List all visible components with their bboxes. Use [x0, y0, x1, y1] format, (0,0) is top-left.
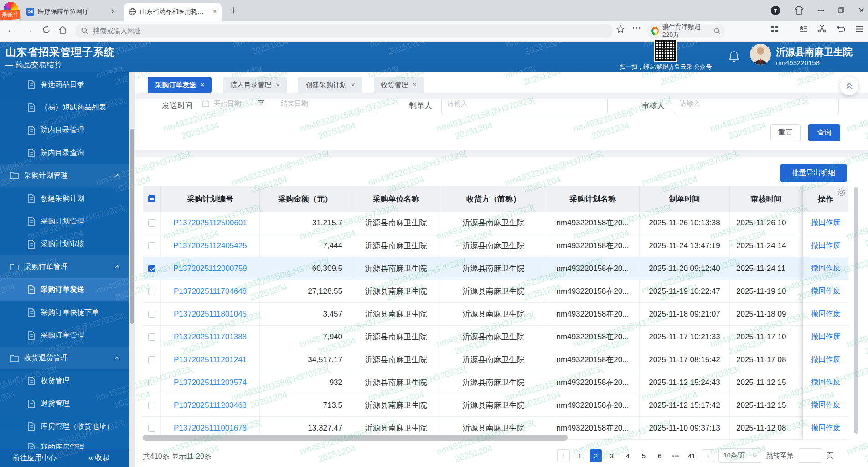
sidebar-item-return-mgmt[interactable]: 退货管理 [0, 392, 129, 415]
tab-chip-receive-mgmt[interactable]: 收货管理× [374, 77, 424, 93]
undo-icon[interactable] [837, 25, 845, 33]
withdraw-void-link[interactable]: 撤回作废 [803, 280, 848, 303]
withdraw-void-link[interactable]: 撤回作废 [803, 371, 848, 394]
page-size-select[interactable]: 10条/页 [718, 448, 762, 463]
page-1[interactable]: 1 [574, 449, 586, 462]
table-row[interactable]: P1372025111801045 3,457 沂源县南麻卫生院 沂源县南麻卫生… [143, 303, 803, 326]
sidebar-group-purchase-order-mgmt[interactable]: 采购订单管理 [0, 255, 129, 278]
row-checkbox[interactable] [143, 326, 161, 348]
new-tab-button[interactable]: + [230, 4, 237, 16]
query-button[interactable]: 查询 [808, 124, 840, 141]
page-5[interactable]: 5 [638, 449, 650, 462]
restore-button[interactable] [838, 7, 845, 14]
batch-export-button[interactable]: 批量导出明细 [780, 164, 847, 182]
row-checkbox[interactable] [143, 280, 161, 302]
close-icon[interactable]: × [351, 81, 355, 88]
browser-shield-icon[interactable] [770, 5, 780, 16]
scrollbar-thumb[interactable] [130, 129, 134, 324]
withdraw-void-link[interactable]: 撤回作废 [803, 326, 848, 348]
minimize-button[interactable] [818, 7, 824, 14]
sidebar-item-hospital-catalog-mgmt[interactable]: 院内目录管理 [0, 119, 129, 141]
table-horizontal-scrollbar[interactable] [143, 435, 568, 441]
table-row[interactable]: P1372025112405425 7,444 沂源县南麻卫生院 沂源县南麻卫生… [143, 234, 803, 257]
refresh-icon[interactable] [42, 26, 51, 34]
sidebar-item-purchase-plan-mgmt[interactable]: 采购计划管理 [0, 210, 129, 233]
row-checkbox[interactable] [143, 234, 161, 257]
withdraw-void-link[interactable]: 撤回作废 [803, 394, 848, 417]
table-row[interactable]: P1372025111701388 7,940 沂源县南麻卫生院 沂源县南麻卫生… [143, 326, 803, 348]
url-bar[interactable]: 搜索或输入网址 [75, 24, 613, 38]
collapse-sidebar-button[interactable]: « 收起 [69, 449, 129, 467]
table-row[interactable]: P1372025111203463 713.5 沂源县南麻卫生院 沂源县南麻卫生… [143, 394, 803, 417]
tab-chip-hospital-catalog[interactable]: 院内目录管理× [223, 77, 287, 93]
sidebar-item-warehouse-mgmt[interactable]: 库房管理（收货地址） [0, 415, 129, 438]
hot-search-widget[interactable]: 骗生育津贴超220万 [647, 24, 725, 38]
table-vertical-scrollbar[interactable] [854, 187, 858, 434]
user-avatar[interactable] [750, 44, 771, 65]
plan-no-link[interactable]: P1372025111704648 [174, 287, 247, 296]
column-settings-gear-icon[interactable] [837, 187, 846, 197]
menu-icon[interactable] [855, 26, 863, 32]
sidebar-item-receive-mgmt[interactable]: 收货管理 [0, 369, 129, 392]
page-4[interactable]: 4 [622, 449, 634, 462]
plan-no-link[interactable]: P1372025111203463 [174, 401, 247, 410]
sidebar-item-create-purchase-plan[interactable]: 创建采购计划 [0, 187, 129, 210]
back-icon[interactable]: ← [6, 24, 16, 35]
sidebar-item-alternate-drug-catalog[interactable]: 备选药品目录 [0, 73, 129, 96]
jump-page-input[interactable] [798, 448, 822, 463]
withdraw-void-link[interactable]: 撤回作废 [803, 257, 848, 280]
withdraw-void-link[interactable]: 撤回作废 [803, 212, 848, 234]
collapse-panel-button[interactable] [840, 77, 858, 95]
sidebar-item-purchase-order-quick[interactable]: 采购订单快捷下单 [0, 301, 129, 324]
browser-tab-2[interactable]: 山东省药品和医用耗材招采管 × [124, 3, 222, 21]
sidebar-scrollbar[interactable] [129, 72, 135, 467]
plan-no-link[interactable]: P1372025112000759 [173, 264, 247, 273]
withdraw-void-link[interactable]: 撤回作废 [803, 417, 848, 440]
withdraw-void-link[interactable]: 撤回作废 [803, 348, 848, 371]
apps-grid-icon[interactable] [771, 25, 779, 33]
plan-no-link[interactable]: P1372025111801045 [174, 310, 247, 319]
sidebar-item-hospital-catalog-query[interactable]: 院内目录查询 [0, 141, 129, 164]
date-range-input[interactable]: 开始日期 至 结束日期 [196, 99, 378, 114]
page-2-current[interactable]: 2 [590, 449, 602, 462]
sidebar-group-purchase-plan-mgmt[interactable]: 采购计划管理 [0, 164, 129, 187]
table-row[interactable]: P1372025111201241 34,517.17 沂源县南麻卫生院 沂源县… [143, 348, 803, 371]
notification-bell-icon[interactable] [728, 51, 739, 62]
sidebar-item-purchase-order-send[interactable]: 采购订单发送 [0, 278, 129, 301]
close-icon[interactable]: × [276, 81, 279, 88]
row-checkbox[interactable] [143, 348, 161, 371]
prev-page-button[interactable]: ‹ [557, 449, 570, 462]
screenshot-scissors-icon[interactable] [818, 25, 827, 33]
tab-close-icon[interactable]: × [111, 8, 115, 16]
table-row[interactable]: P1372025111704648 27,128.55 沂源县南麻卫生院 沂源县… [143, 280, 803, 303]
tab-chip-create-plan[interactable]: 创建采购计划× [298, 77, 362, 93]
page-ellipsis[interactable]: ••• [670, 449, 682, 462]
sidebar-item-purchase-plan-audit[interactable]: 采购计划审核 [0, 233, 129, 255]
sidebar-group-receive-return-mgmt[interactable]: 收货退货管理 [0, 347, 129, 369]
row-checkbox[interactable] [143, 303, 161, 325]
withdraw-void-link[interactable]: 撤回作废 [803, 303, 848, 326]
plan-no-link[interactable]: P1372025112405425 [173, 241, 247, 250]
theme-tshirt-icon[interactable] [794, 6, 804, 15]
row-checkbox[interactable] [143, 371, 161, 394]
table-row[interactable]: P1372025112500601 31,215.7 沂源县南麻卫生院 沂源县南… [143, 212, 803, 234]
forward-icon[interactable]: → [24, 24, 33, 35]
row-checkbox[interactable] [143, 257, 161, 280]
more-icon[interactable]: ⋯ [632, 22, 641, 33]
plan-no-link[interactable]: P1372025111701388 [174, 332, 247, 342]
auditor-input[interactable]: 请输入 [674, 99, 839, 114]
page-3[interactable]: 3 [606, 449, 618, 462]
maker-input[interactable]: 请输入 [441, 99, 608, 114]
page-41[interactable]: 41 [686, 449, 698, 462]
row-checkbox[interactable] [143, 212, 161, 234]
row-checkbox[interactable] [143, 394, 161, 416]
close-button[interactable]: × [858, 5, 864, 16]
close-icon[interactable]: × [413, 81, 417, 88]
bookmark-star-icon[interactable] [616, 25, 625, 33]
plan-no-link[interactable]: P1372025111203574 [174, 378, 247, 387]
plan-no-link[interactable]: P1372025111001678 [174, 424, 247, 433]
sidebar-item-shortage-drug-list[interactable]: （易）短缺药品列表 [0, 96, 129, 119]
tab-close-icon[interactable]: × [213, 8, 217, 16]
tab-chip-purchase-order-send[interactable]: 采购订单发送× [148, 77, 212, 93]
browser-tab-1[interactable]: OS 医疗保障单位网厅 × [22, 3, 120, 21]
